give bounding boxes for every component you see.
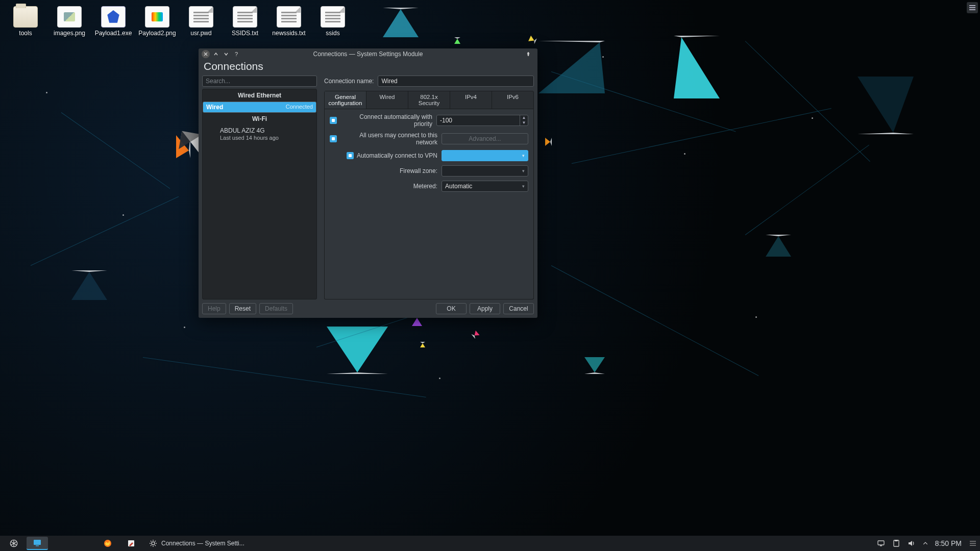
desktop-icon-payload1[interactable]: Payload1.exe [93, 4, 134, 44]
window-close-button[interactable] [202, 50, 210, 58]
tab-ipv6[interactable]: IPv6 [492, 91, 533, 109]
connection-name: ABDUL AZIZ 4G [220, 127, 312, 135]
general-config-panel: Connect automatically with priority ▲▼ [324, 109, 534, 299]
icon-label: Payload1.exe [95, 30, 132, 37]
tab-wired[interactable]: Wired [366, 91, 408, 109]
checkbox-auto-vpn[interactable] [347, 152, 354, 159]
priority-spinbox[interactable]: ▲▼ [436, 115, 528, 126]
nav-up-button[interactable] [212, 50, 220, 58]
show-hidden-panel-icon[interactable] [969, 539, 977, 547]
desktop-icons: tools images.png Payload1.exe Payload2.p… [5, 4, 353, 44]
svg-point-7 [152, 542, 155, 545]
label-metered: Metered: [413, 183, 437, 190]
advanced-button[interactable]: Advanced... [442, 133, 528, 144]
text-file-icon [277, 6, 301, 28]
text-file-icon [233, 6, 257, 28]
group-wifi: Wi-Fi [203, 113, 316, 125]
text-editor-icon [127, 539, 135, 547]
metered-select[interactable]: Automatic▾ [442, 181, 528, 192]
desktop-icon-usrpwd[interactable]: usr.pwd [181, 4, 222, 44]
defaults-button[interactable]: Defaults [259, 303, 293, 314]
kde-logo-icon [9, 539, 18, 548]
connection-name: Wired [206, 104, 223, 111]
connection-editor: Connection name: General configuration W… [324, 76, 534, 299]
desktop-icon-payload2[interactable]: Payload2.png [137, 4, 178, 44]
config-tabs: General configuration Wired 802.1x Secur… [324, 91, 534, 109]
desktop-icon-ssids[interactable]: SSIDS.txt [225, 4, 265, 44]
icon-label: usr.pwd [190, 30, 211, 37]
icon-label: Payload2.png [138, 30, 176, 37]
nav-down-button[interactable] [222, 50, 230, 58]
svg-rect-11 [895, 540, 898, 541]
priority-value[interactable] [437, 117, 520, 124]
reset-button[interactable]: Reset [229, 303, 256, 314]
connection-status: Last used 14 hours ago [220, 135, 312, 142]
folder-icon [13, 6, 38, 28]
tab-general[interactable]: General configuration [325, 91, 366, 109]
task-title: Connections — System Setti... [161, 540, 244, 547]
exe-icon [101, 6, 126, 28]
firefox-icon [104, 539, 112, 547]
connection-name-field[interactable] [378, 76, 534, 87]
connection-name-label: Connection name: [324, 78, 374, 85]
desktop-icon [33, 539, 41, 547]
window-titlebar[interactable]: ? Connections — System Settings Module [199, 48, 537, 60]
icon-label: newssids.txt [272, 30, 305, 37]
icon-label: images.png [54, 30, 85, 37]
page-title: Connections [199, 60, 537, 76]
pinned-text-editor[interactable] [120, 537, 142, 550]
spin-down[interactable]: ▼ [520, 120, 528, 126]
show-desktop-button[interactable] [27, 537, 48, 550]
desktop-icon-newssids[interactable]: newssids.txt [268, 4, 309, 44]
tab-8021x[interactable]: 802.1x Security [408, 91, 450, 109]
cancel-button[interactable]: Cancel [503, 303, 534, 314]
connection-list: Wired Ethernet Wired Connected Wi-Fi ABD… [202, 89, 317, 299]
icon-label: SSIDS.txt [232, 30, 258, 37]
checkbox-all-users[interactable] [330, 135, 337, 142]
tray-expand-icon[interactable] [923, 541, 928, 546]
apply-button[interactable]: Apply [470, 303, 500, 314]
panel-menu-button[interactable] [967, 2, 978, 13]
taskbar-task-connections[interactable]: Connections — System Setti... [144, 537, 250, 550]
connections-sidebar: Wired Ethernet Wired Connected Wi-Fi ABD… [202, 76, 317, 299]
help-button[interactable]: ? [232, 50, 240, 58]
checkbox-auto-connect[interactable] [330, 117, 337, 124]
ok-button[interactable]: OK [436, 303, 467, 314]
svg-rect-3 [34, 540, 41, 545]
search-input[interactable] [202, 76, 317, 87]
label-firewall-zone: Firewall zone: [400, 167, 437, 174]
connection-item-wired[interactable]: Wired Connected [203, 102, 316, 113]
virtual-desktop-2[interactable] [50, 537, 71, 550]
help-button[interactable]: Help [202, 303, 226, 314]
taskbar-clock[interactable]: 8:50 PM [935, 539, 962, 547]
virtual-desktop-3[interactable] [74, 537, 95, 550]
tab-ipv4[interactable]: IPv4 [450, 91, 492, 109]
window-title: Connections — System Settings Module [199, 51, 537, 58]
network-tray-icon[interactable] [877, 539, 885, 547]
svg-rect-4 [36, 545, 39, 546]
spin-up[interactable]: ▲ [520, 115, 528, 120]
text-file-icon [189, 6, 213, 28]
pinned-firefox[interactable] [97, 537, 118, 550]
image-icon [145, 6, 169, 28]
desktop-icon-images[interactable]: images.png [49, 4, 90, 44]
desktop-icon-ssids2[interactable]: ssids [312, 4, 353, 44]
app-launcher[interactable] [3, 537, 24, 550]
svg-rect-9 [880, 545, 882, 546]
label-auto-vpn: Automatically connect to VPN [357, 152, 437, 159]
clipboard-tray-icon[interactable] [892, 539, 900, 547]
window-pin-button[interactable] [524, 50, 532, 58]
icon-label: ssids [326, 30, 339, 37]
taskbar: Connections — System Setti... 8:50 PM [0, 536, 980, 551]
volume-tray-icon[interactable] [908, 539, 916, 547]
desktop-icon-tools[interactable]: tools [5, 4, 46, 44]
vpn-select[interactable]: ▾ [442, 150, 528, 161]
firewall-zone-select[interactable]: ▾ [442, 165, 528, 177]
settings-window: ? Connections — System Settings Module C… [199, 48, 537, 318]
text-file-icon [321, 6, 345, 28]
connection-status: Connected [286, 104, 313, 111]
connection-item-wifi[interactable]: ABDUL AZIZ 4G Last used 14 hours ago [203, 125, 316, 144]
label-auto-connect: Connect automatically with priority [340, 113, 432, 128]
dialog-footer: Help Reset Defaults OK Apply Cancel [199, 299, 537, 318]
settings-icon [149, 539, 157, 547]
